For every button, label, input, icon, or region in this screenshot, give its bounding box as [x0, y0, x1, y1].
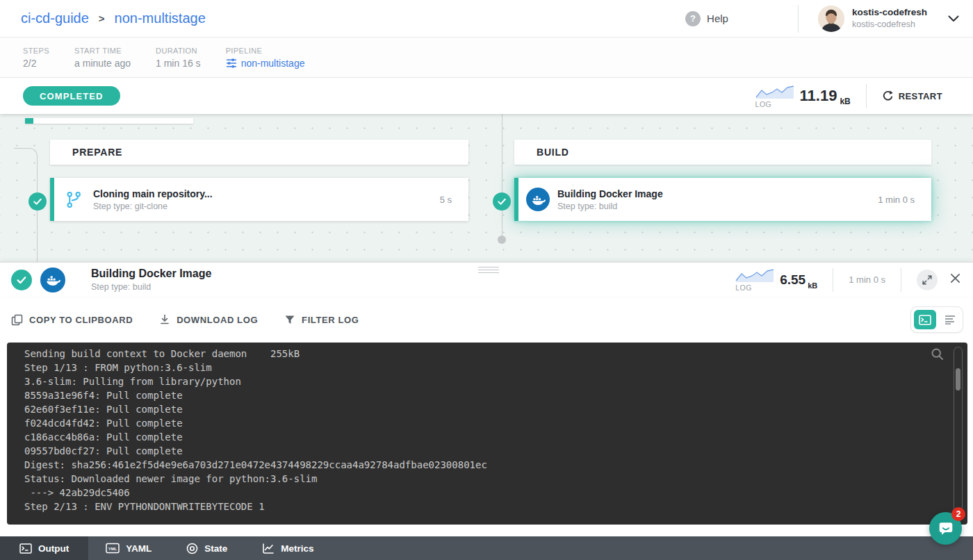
meta-value: 1 min 16 s: [156, 58, 201, 69]
copy-label: COPY TO CLIPBOARD: [29, 315, 133, 325]
user-menu[interactable]: kostis-codefresh kostis-codefresh: [818, 6, 927, 32]
log-line: Sending build context to Docker daemon 2…: [24, 347, 967, 361]
log-line: f024dcd4fd42: Pull complete: [24, 416, 967, 430]
log-line: 09557bd0cf27: Pull complete: [24, 444, 967, 458]
close-icon: [950, 273, 960, 283]
download-log-button[interactable]: DOWNLOAD LOG: [159, 314, 258, 326]
step-card-git-clone[interactable]: Cloning main repository... Step type: gi…: [50, 178, 468, 221]
restart-icon: [882, 90, 894, 102]
log-size-value: 11.19: [800, 87, 837, 105]
tab-output[interactable]: Output: [0, 536, 88, 560]
panel-step-duration: 1 min 0 s: [849, 274, 885, 285]
divider: [901, 268, 901, 292]
help-button[interactable]: ? Help: [685, 11, 728, 26]
meta-label: PIPELINE: [226, 47, 305, 55]
restart-button[interactable]: RESTART: [882, 90, 942, 102]
tab-label: Output: [38, 543, 69, 554]
text-lines-icon: [945, 315, 956, 324]
chat-launcher-button[interactable]: 2: [929, 512, 962, 545]
step-texts: Cloning main repository... Step type: gi…: [93, 188, 213, 211]
terminal-icon: [919, 315, 931, 325]
scrolled-step-card-partial[interactable]: [25, 118, 193, 124]
header-right: ? Help kostis-codefresh kostis-codefr: [685, 5, 959, 33]
stage-header-prepare: PREPARE: [50, 140, 468, 165]
breadcrumb-project-link[interactable]: ci-cd-guide: [21, 10, 89, 26]
raw-log-view-button[interactable]: [940, 310, 960, 329]
step-success-check-icon: [28, 192, 47, 211]
stage-name: PREPARE: [72, 147, 122, 158]
download-label: DOWNLOAD LOG: [177, 315, 258, 325]
output-terminal-icon: [19, 543, 32, 554]
step-type-label: Step type: build: [557, 201, 663, 211]
tab-metrics[interactable]: Metrics: [245, 536, 331, 560]
log-line: Digest: sha256:461e2f5d4e9e6a703d271e047…: [24, 458, 967, 472]
header-divider: [798, 5, 799, 33]
log-line: c186acc4b86a: Pull complete: [24, 430, 967, 444]
restart-label: RESTART: [899, 91, 942, 101]
scrollbar-thumb[interactable]: [956, 368, 960, 390]
meta-label: DURATION: [156, 47, 201, 55]
yaml-icon: YML: [106, 543, 120, 554]
panel-drag-handle[interactable]: [478, 265, 499, 275]
step-type-label: Step type: git-clone: [93, 201, 213, 211]
pipeline-link[interactable]: non-multistage: [241, 58, 305, 69]
breadcrumb-build-link[interactable]: non-multistage: [115, 10, 206, 26]
close-panel-button[interactable]: [947, 270, 963, 289]
log-line: Step 2/13 : ENV PYTHONDONTWRITEBYTECODE …: [24, 500, 967, 513]
build-log-terminal: Sending build context to Docker daemon 2…: [7, 343, 967, 525]
terminal-scrollbar: [954, 347, 963, 516]
meta-label: STEPS: [23, 47, 49, 55]
log-label: LOG: [755, 100, 772, 108]
panel-header-right: LOG 6.55 kB 1 min 0 s: [735, 267, 963, 292]
step-title: Building Docker Image: [557, 188, 663, 199]
step-detail-panel-header: Building Docker Image Step type: build L…: [0, 262, 973, 297]
copy-to-clipboard-button[interactable]: COPY TO CLIPBOARD: [11, 314, 133, 326]
expand-panel-button[interactable]: [917, 270, 938, 290]
kebab-menu-icon[interactable]: [958, 90, 963, 102]
filter-icon: [284, 315, 295, 325]
step-card-docker-build[interactable]: Building Docker Image Step type: build 1…: [514, 178, 931, 221]
help-label: Help: [707, 13, 728, 24]
stage-header-build: BUILD: [514, 140, 931, 165]
docker-icon: [526, 188, 550, 211]
filter-label: FILTER LOG: [302, 315, 359, 325]
user-account-name: kostis-codefresh: [852, 19, 927, 31]
step-accent-bar: [25, 118, 33, 124]
meta-field-start-time: START TIME a minute ago: [74, 47, 131, 69]
meta-field-steps: STEPS 2/2: [23, 47, 49, 69]
step-success-check-icon: [493, 192, 511, 211]
unread-count-badge: 2: [951, 507, 965, 521]
search-icon[interactable]: [931, 347, 944, 361]
step-duration: 5 s: [440, 195, 468, 205]
log-toolbar: COPY TO CLIPBOARD DOWNLOAD LOG FILTER LO…: [0, 297, 973, 343]
panel-step-type-label: Step type: build: [91, 282, 211, 292]
log-size-unit: kB: [808, 281, 817, 290]
status-badge: COMPLETED: [23, 86, 120, 106]
docker-icon: [40, 267, 65, 293]
codefresh-build-page: ci-cd-guide > non-multistage ? Help: [0, 0, 973, 560]
panel-step-texts: Building Docker Image Step type: build: [91, 267, 211, 292]
log-line: ---> 42ab29dc5406: [24, 486, 967, 500]
user-names: kostis-codefresh kostis-codefresh: [852, 6, 927, 31]
log-size-value: 6.55: [780, 272, 806, 288]
log-size-unit: kB: [840, 97, 850, 106]
log-label: LOG: [735, 283, 752, 292]
tab-yaml[interactable]: YML YAML: [88, 536, 169, 560]
filter-log-button[interactable]: FILTER LOG: [284, 315, 359, 325]
pipeline-canvas: PREPARE BUILD Cloning main repository...…: [0, 114, 973, 262]
connector-end-dot: [498, 236, 506, 244]
top-header: ci-cd-guide > non-multistage ? Help: [0, 0, 973, 38]
svg-text:YML: YML: [108, 547, 117, 551]
tab-state[interactable]: State: [169, 536, 245, 560]
log-view-toggle: [910, 306, 963, 333]
stage-connector-line: [502, 114, 502, 240]
terminal-view-button[interactable]: [914, 310, 936, 329]
log-line: 3.6-slim: Pulling from library/python: [24, 374, 967, 388]
chevron-down-icon[interactable]: [948, 15, 959, 22]
log-sparkline: [755, 84, 794, 99]
breadcrumb-separator: >: [99, 13, 105, 24]
state-icon: [186, 543, 198, 554]
tab-label: Metrics: [281, 543, 313, 554]
step-success-check-icon: [11, 270, 32, 290]
stage-name: BUILD: [537, 147, 569, 158]
